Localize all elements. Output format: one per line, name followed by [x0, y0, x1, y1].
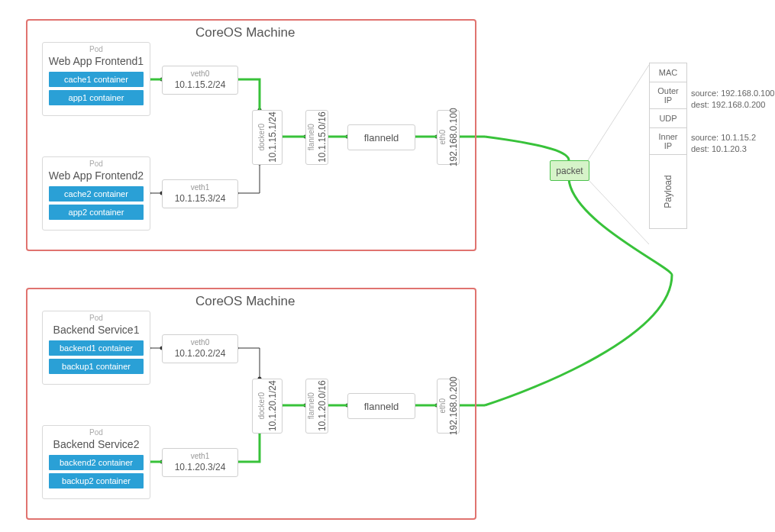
veth1-m2: veth1 10.1.20.3/24: [162, 448, 238, 477]
docker0-cidr: 10.1.20.1/24: [266, 381, 277, 432]
flannel0-m1: flannel010.1.15.0/16: [305, 110, 328, 165]
veth1-m1: veth1 10.1.15.3/24: [162, 179, 238, 208]
diagram-stage: CoreOS Machine Pod Web App Frontend1 cac…: [0, 0, 775, 532]
packet-outer-ip: Outer IP: [650, 82, 686, 109]
veth1-cidr: 10.1.20.3/24: [163, 462, 237, 473]
inner-source: source: 10.1.15.2: [691, 132, 756, 143]
veth0-m2: veth0 10.1.20.2/24: [162, 334, 238, 363]
pod-tag: Pod: [43, 46, 150, 53]
eth0-ip: 192.168.0.200: [447, 377, 458, 436]
docker0-name: docker0: [257, 381, 266, 432]
veth0-cidr: 10.1.15.2/24: [163, 79, 237, 91]
pod-backend1: Pod Backend Service1 backend1 container …: [42, 311, 150, 385]
packet-mac: MAC: [650, 63, 686, 82]
pod-backend2: Pod Backend Service2 backend2 container …: [42, 425, 150, 499]
packet-inner-ip: Inner IP: [650, 128, 686, 155]
container-cache1: cache1 container: [49, 72, 144, 87]
eth0-m1: eth0192.168.0.100: [437, 110, 460, 165]
container-backup2: backup2 container: [49, 473, 144, 488]
docker0-m1: docker010.1.15.1/24: [252, 110, 283, 165]
machine-title-2: CoreOS Machine: [195, 294, 295, 309]
veth0-cidr: 10.1.20.2/24: [163, 348, 237, 360]
container-app1: app1 container: [49, 90, 144, 105]
packet-payload: Payload: [650, 155, 686, 228]
flanneld-m2: flanneld: [347, 393, 415, 419]
container-cache2: cache2 container: [49, 186, 144, 202]
veth1-name: veth1: [163, 183, 237, 193]
eth0-ip: 192.168.0.100: [447, 108, 458, 167]
svg-line-42: [588, 65, 649, 160]
eth0-m2: eth0192.168.0.200: [437, 379, 460, 434]
pod-title: Web App Frontend2: [43, 170, 150, 182]
pod-frontend2: Pod Web App Frontend2 cache2 container a…: [42, 156, 150, 231]
packet-outer-note: source: 192.168.0.100 dest: 192.168.0.20…: [691, 88, 774, 111]
docker0-cidr: 10.1.15.1/24: [266, 112, 277, 163]
container-backend2: backend2 container: [49, 455, 144, 470]
pod-tag: Pod: [43, 429, 150, 437]
svg-line-43: [588, 179, 649, 244]
pod-title: Backend Service1: [43, 324, 150, 336]
flannel0-name: flannel0: [306, 381, 316, 432]
packet-box: packet: [550, 160, 589, 181]
docker0-m2: docker010.1.20.1/24: [252, 379, 283, 434]
pod-frontend1: Pod Web App Frontend1 cache1 container a…: [42, 42, 150, 116]
outer-dest: dest: 192.168.0.200: [691, 99, 774, 111]
pod-title: Backend Service2: [43, 439, 150, 450]
flannel0-cidr: 10.1.15.0/16: [316, 112, 327, 163]
pod-tag: Pod: [43, 160, 150, 168]
veth0-name: veth0: [163, 338, 237, 348]
container-backend1: backend1 container: [49, 340, 144, 356]
packet-stack: MAC Outer IP UDP Inner IP Payload: [649, 63, 687, 229]
veth1-cidr: 10.1.15.3/24: [163, 193, 237, 205]
veth1-name: veth1: [163, 452, 237, 462]
flanneld-m1: flanneld: [347, 124, 415, 150]
outer-source: source: 192.168.0.100: [691, 88, 774, 99]
inner-dest: dest: 10.1.20.3: [691, 143, 756, 155]
flannel0-name: flannel0: [306, 112, 316, 163]
eth0-name: eth0: [438, 377, 447, 436]
packet-udp: UDP: [650, 109, 686, 128]
eth0-name: eth0: [438, 108, 447, 167]
machine-title-1: CoreOS Machine: [195, 25, 295, 40]
flannel0-m2: flannel010.1.20.0/16: [305, 379, 328, 434]
container-backup1: backup1 container: [49, 359, 144, 374]
packet-inner-note: source: 10.1.15.2 dest: 10.1.20.3: [691, 132, 756, 155]
container-app2: app2 container: [49, 205, 144, 220]
pod-title: Web App Frontend1: [43, 56, 150, 67]
flannel0-cidr: 10.1.20.0/16: [316, 381, 327, 432]
veth0-name: veth0: [163, 69, 237, 79]
docker0-name: docker0: [257, 112, 266, 163]
pod-tag: Pod: [43, 314, 150, 322]
veth0-m1: veth0 10.1.15.2/24: [162, 66, 238, 95]
